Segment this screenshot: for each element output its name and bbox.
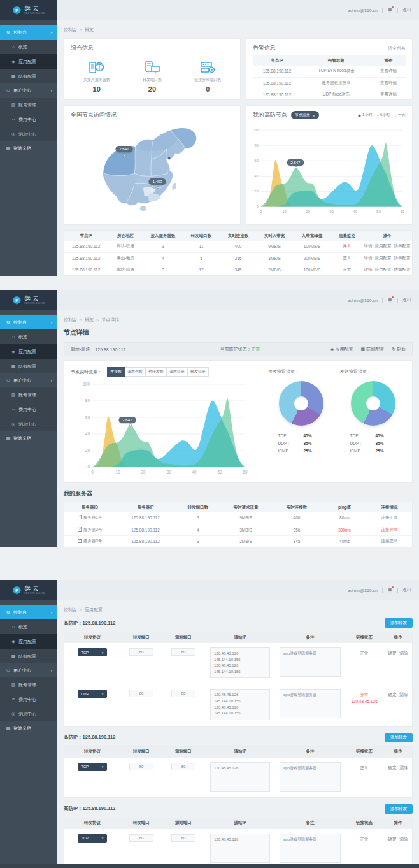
edit-icon[interactable] bbox=[78, 527, 82, 532]
protocol-select[interactable]: TCP∨ bbox=[78, 648, 107, 656]
app-config-link[interactable]: 应用配置 bbox=[375, 256, 392, 260]
radio-1d[interactable]: ○一天 bbox=[394, 112, 406, 118]
forward-port-input[interactable]: 80 bbox=[129, 648, 153, 656]
sidebar-item-help[interactable]: ▤ 帮助文档 bbox=[0, 721, 57, 735]
edit-icon[interactable] bbox=[78, 515, 82, 519]
tab-forward-traffic[interactable]: 转发流量 bbox=[188, 367, 209, 377]
view-detail-link[interactable]: 查看详情 bbox=[380, 92, 397, 96]
source-ip-textarea[interactable]: 120.48.45.126 bbox=[210, 762, 270, 792]
sidebar-item-message[interactable]: ① 消息中心 bbox=[0, 127, 57, 141]
province-beijing[interactable] bbox=[168, 157, 170, 159]
refresh-button[interactable]: ↻刷新 bbox=[392, 346, 406, 352]
notification-bell-icon[interactable] bbox=[387, 7, 393, 13]
sidebar-item-app-config[interactable]: ◈ 应用配置 bbox=[0, 344, 57, 359]
note-textarea[interactable]: app游戏登陆服务器 bbox=[280, 762, 341, 792]
clear-link[interactable]: 清除 bbox=[399, 651, 408, 655]
confirm-link[interactable]: 确定 bbox=[388, 837, 397, 841]
logout-link[interactable]: 退出 bbox=[402, 7, 411, 13]
source-port-input[interactable]: 80 bbox=[171, 690, 195, 697]
confirm-link[interactable]: 确定 bbox=[388, 765, 397, 770]
sidebar-item-user-center[interactable]: ⚇ 用户中心 ∨ bbox=[0, 663, 57, 677]
user-email[interactable]: admin@360.cn bbox=[348, 8, 378, 13]
server-id[interactable]: 服务器1号 bbox=[83, 515, 103, 519]
sidebar-item-user-center[interactable]: ⚇ 用户中心 ∨ bbox=[0, 373, 57, 387]
logout-link[interactable]: 退出 bbox=[402, 587, 411, 593]
tab-forward-packets[interactable]: 包转发数 bbox=[146, 367, 167, 377]
sidebar-item-billing[interactable]: ¤ 费用中心 bbox=[0, 112, 57, 127]
sidebar-item-console[interactable]: ⚙ 控制台 ∨ bbox=[0, 25, 57, 40]
clear-all-link[interactable]: 清空所有 bbox=[388, 45, 406, 52]
sidebar-item-overview[interactable]: ⌂ 概览 bbox=[0, 40, 57, 54]
app-config-button[interactable]: ◈应用配置 bbox=[330, 346, 353, 352]
detail-link[interactable]: 详情 bbox=[364, 243, 373, 248]
app-config-link[interactable]: 应用配置 bbox=[375, 243, 392, 248]
sidebar-item-console[interactable]: ⚙ 控制台 ∨ bbox=[0, 605, 57, 619]
notification-bell-icon[interactable] bbox=[387, 587, 393, 593]
defense-config-link[interactable]: 防御配置 bbox=[394, 243, 411, 248]
sidebar-item-app-config[interactable]: ◈ 应用配置 bbox=[0, 54, 57, 69]
radio-6h[interactable]: ○6小时 bbox=[376, 112, 390, 118]
radio-1h[interactable]: ◉1小时 bbox=[358, 112, 373, 118]
defense-config-link[interactable]: 防御配置 bbox=[394, 256, 411, 260]
protocol-select[interactable]: TCP∨ bbox=[78, 834, 107, 843]
sidebar-item-account[interactable]: ▥ 账号管理 bbox=[0, 677, 57, 692]
sidebar-item-defense-config[interactable]: ▦ 防御配置 bbox=[0, 649, 57, 663]
notification-bell-icon[interactable] bbox=[387, 297, 393, 303]
defense-config-button[interactable]: ▦防御配置 bbox=[361, 346, 385, 352]
sidebar-item-overview[interactable]: ⌂ 概览 bbox=[0, 329, 57, 344]
user-email[interactable]: admin@360.cn bbox=[348, 298, 378, 303]
province-taiwan[interactable] bbox=[171, 182, 177, 191]
sidebar-item-account[interactable]: ▥ 账号管理 bbox=[0, 387, 57, 402]
source-ip-textarea[interactable]: 120.48.45.126 145.144.10.155 120.48.45.1… bbox=[210, 689, 270, 720]
protocol-select[interactable]: UDP∨ bbox=[78, 690, 107, 698]
detail-link[interactable]: 详情 bbox=[364, 256, 373, 260]
tab-connections[interactable]: 连接数 bbox=[107, 367, 125, 377]
source-port-input[interactable]: 80 bbox=[171, 763, 195, 770]
sidebar-item-console[interactable]: ⚙ 控制台 ∨ bbox=[0, 315, 57, 329]
clear-link[interactable]: 清除 bbox=[399, 692, 408, 697]
tab-request-packets[interactable]: 请求包数 bbox=[125, 367, 146, 377]
sidebar-item-defense-config[interactable]: ▦ 防御配置 bbox=[0, 69, 57, 83]
source-port-input[interactable]: 80 bbox=[171, 834, 195, 842]
source-ip-textarea[interactable]: 120.48.45.126 bbox=[210, 834, 270, 863]
forward-port-input[interactable]: 80 bbox=[129, 834, 153, 842]
clear-link[interactable]: 清除 bbox=[399, 837, 408, 841]
sidebar-item-overview[interactable]: ⌂ 概览 bbox=[0, 619, 57, 634]
detail-link[interactable]: 详情 bbox=[364, 267, 373, 271]
note-textarea[interactable]: app游戏登陆服务器 bbox=[280, 834, 341, 863]
sidebar-item-defense-config[interactable]: ▦ 防御配置 bbox=[0, 359, 57, 373]
sidebar-item-help[interactable]: ▤ 帮助文档 bbox=[0, 431, 57, 445]
breadcrumb-item[interactable]: 控制台 bbox=[64, 317, 77, 323]
server-id[interactable]: 服务器2号 bbox=[83, 527, 103, 532]
breadcrumb-item[interactable]: 概览 bbox=[85, 317, 94, 323]
node-traffic-dropdown[interactable]: 节点流量 ∨ bbox=[291, 111, 319, 119]
forward-port-input[interactable]: 80 bbox=[129, 690, 153, 697]
sidebar-item-help[interactable]: ▤ 帮助文档 bbox=[0, 141, 57, 156]
logout-link[interactable]: 退出 bbox=[402, 297, 411, 303]
sidebar-item-billing[interactable]: ¤ 费用中心 bbox=[0, 692, 57, 707]
app-config-link[interactable]: 应用配置 bbox=[375, 267, 392, 271]
add-forward-button[interactable]: 添加转发 bbox=[385, 733, 413, 742]
clear-link[interactable]: 清除 bbox=[399, 765, 408, 770]
protocol-select[interactable]: TCP∨ bbox=[78, 763, 107, 771]
add-forward-button[interactable]: 添加转发 bbox=[385, 618, 413, 628]
source-port-input[interactable]: 80 bbox=[171, 648, 195, 656]
view-detail-link[interactable]: 查看详情 bbox=[380, 80, 397, 85]
defense-config-link[interactable]: 防御配置 bbox=[394, 267, 411, 271]
sidebar-item-account[interactable]: ▥ 账号管理 bbox=[0, 98, 57, 112]
note-textarea[interactable]: app游戏登陆服务器 bbox=[280, 689, 341, 718]
breadcrumb-item[interactable]: 控制台 bbox=[64, 27, 77, 33]
add-forward-button[interactable]: 添加转发 bbox=[385, 804, 413, 814]
sidebar-item-message[interactable]: ① 消息中心 bbox=[0, 707, 57, 721]
source-ip-textarea[interactable]: 120.48.45.126 145.144.10.155 120.48.45.1… bbox=[210, 647, 270, 678]
confirm-link[interactable]: 确定 bbox=[388, 692, 397, 697]
sidebar-item-message[interactable]: ① 消息中心 bbox=[0, 417, 57, 431]
confirm-link[interactable]: 确定 bbox=[388, 651, 397, 655]
user-email[interactable]: admin@360.cn bbox=[348, 588, 378, 593]
province-hainan[interactable] bbox=[140, 206, 146, 211]
sidebar-item-app-config[interactable]: ◈ 应用配置 bbox=[0, 634, 57, 649]
edit-icon[interactable] bbox=[78, 539, 82, 543]
server-id[interactable]: 服务器3号 bbox=[83, 539, 103, 543]
sidebar-item-user-center[interactable]: ⚇ 用户中心 ∨ bbox=[0, 83, 57, 98]
tab-request-traffic[interactable]: 请求流量 bbox=[167, 367, 188, 377]
